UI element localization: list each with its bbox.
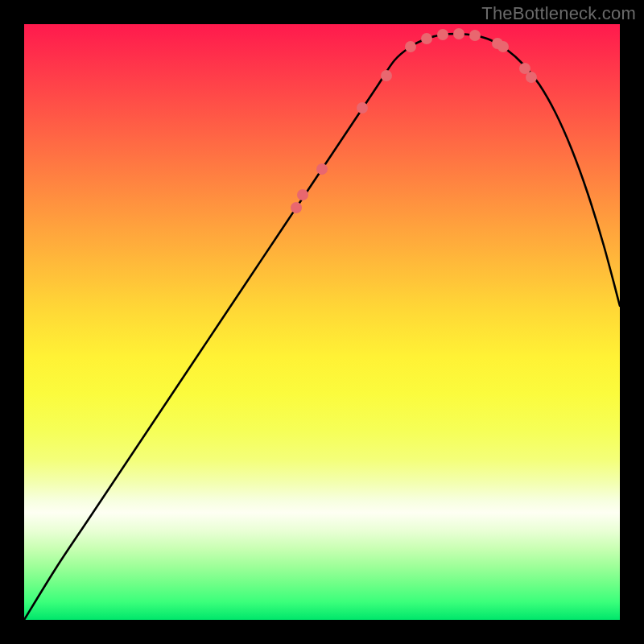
highlight-marker	[381, 70, 392, 81]
highlight-marker	[291, 202, 302, 213]
highlight-marker	[437, 29, 448, 40]
highlight-markers	[291, 28, 537, 213]
bottleneck-curve	[24, 34, 620, 620]
highlight-marker	[297, 189, 308, 200]
highlight-marker	[421, 33, 432, 44]
highlight-marker	[453, 28, 464, 39]
watermark-text: TheBottleneck.com	[481, 3, 636, 24]
highlight-marker	[526, 72, 537, 83]
highlight-marker	[497, 41, 509, 52]
highlight-marker	[469, 30, 481, 41]
highlight-marker	[357, 102, 368, 114]
chart-frame: TheBottleneck.com	[0, 0, 644, 644]
highlight-marker	[405, 41, 416, 52]
curve-svg	[24, 24, 620, 620]
plot-area	[24, 24, 620, 620]
highlight-marker	[316, 163, 328, 175]
